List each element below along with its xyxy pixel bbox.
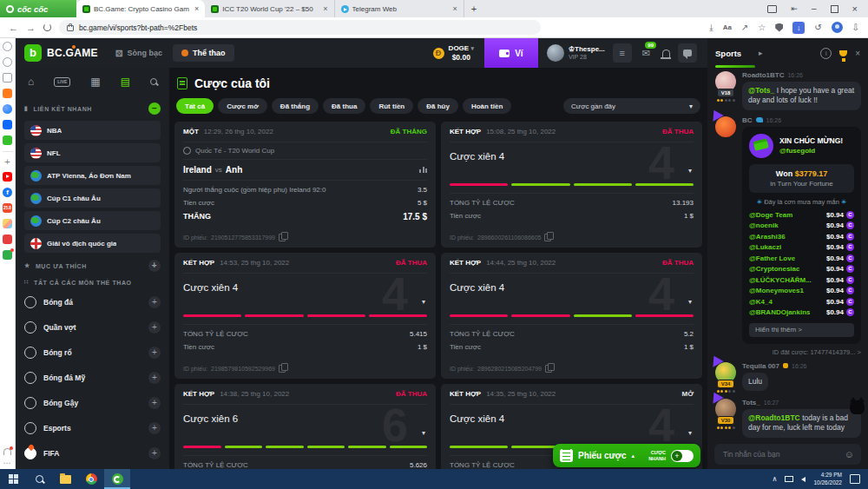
zalo-icon[interactable]	[3, 120, 12, 129]
expand-caret-icon[interactable]: ▾	[422, 298, 425, 306]
currency-selector[interactable]: Đ DOGE ▾ $0.00	[433, 44, 474, 62]
chevron-right-icon[interactable]: ▸	[759, 49, 763, 57]
winner-username[interactable]: @Moneymoves1	[749, 287, 804, 294]
add-favorite-button[interactable]: +	[148, 260, 161, 272]
my-bets-icon[interactable]: ▤	[121, 76, 130, 87]
chat-username[interactable]: Roadto1BTC	[742, 71, 784, 79]
filter-pill[interactable]: Cược mở	[218, 98, 267, 114]
minimize-button[interactable]: –	[812, 6, 817, 11]
new-tab-button[interactable]: +	[471, 3, 477, 14]
red-app-icon[interactable]	[3, 235, 12, 244]
brand-name[interactable]: BC.GAME	[47, 47, 98, 59]
bookmark-star-icon[interactable]: ☆	[758, 23, 766, 32]
quick-link-item[interactable]: ATP Vienna, Áo Đơn Nam	[24, 166, 161, 185]
add-shortcut-icon[interactable]: +	[4, 158, 10, 166]
copy-icon[interactable]	[545, 365, 552, 373]
history-clock-icon[interactable]	[3, 57, 12, 67]
mention[interactable]: @Roadto1BTC	[748, 413, 800, 422]
winner-username[interactable]: @K4_4	[749, 298, 773, 306]
congrats-winner[interactable]: @fusegold	[779, 147, 843, 155]
expand-caret-icon[interactable]: ▾	[688, 167, 692, 175]
facebook-icon[interactable]: f	[3, 188, 12, 197]
settings-gear-icon[interactable]	[3, 42, 12, 51]
live-icon[interactable]: LIVE	[54, 77, 70, 87]
winner-username[interactable]: @BRANDOjankins	[749, 308, 810, 316]
messenger-icon[interactable]	[3, 104, 12, 114]
notifications-icon[interactable]	[662, 50, 670, 57]
sport-item[interactable]: Bóng Gậy +	[24, 393, 161, 413]
quick-bet-toggle[interactable]: +	[671, 450, 694, 462]
network-icon[interactable]	[785, 476, 793, 482]
chrome-app[interactable]	[78, 469, 104, 489]
forward-button[interactable]: →	[26, 23, 36, 33]
close-window-button[interactable]: ×	[852, 3, 858, 14]
winner-username[interactable]: @ŁÚČKYCHÄŘM...	[749, 276, 812, 284]
sport-item[interactable]: Bóng đá Mỹ +	[24, 367, 161, 388]
more-options-icon[interactable]: ⋯	[3, 461, 12, 466]
capture-icon[interactable]	[767, 5, 777, 13]
downloads-tray-icon[interactable]: ⇩	[852, 23, 859, 32]
url-field[interactable]: bc.game/vi/sports?bt-path=%2Fbets	[59, 20, 541, 35]
taskbar-clock[interactable]: 4:29 PM 10/26/2022	[813, 472, 842, 486]
expand-sport-button[interactable]: +	[148, 372, 161, 384]
quick-link-item[interactable]: Giải vô địch quốc gia	[24, 234, 161, 253]
back-button[interactable]: ←	[9, 23, 18, 33]
chat-username[interactable]: Tots_	[742, 399, 760, 406]
winner-username[interactable]: @Arashi36	[749, 233, 786, 241]
filter-pill[interactable]: Tất cả	[176, 98, 214, 114]
user-avatar[interactable]	[547, 44, 564, 62]
account-widget[interactable]: ♔Thespe... VIP 28	[547, 44, 605, 62]
expand-caret-icon[interactable]: ▾	[688, 429, 692, 437]
search-icon[interactable]	[150, 78, 157, 85]
chat-username[interactable]: BC	[742, 116, 753, 124]
profile-avatar[interactable]	[832, 22, 843, 33]
save-page-icon[interactable]: ⤓	[709, 23, 713, 33]
expand-sport-button[interactable]: +	[148, 447, 161, 459]
quick-link-item[interactable]: NFL	[24, 143, 161, 162]
winner-username[interactable]: @Lukaczi	[749, 243, 781, 251]
adblock-shield-icon[interactable]	[775, 23, 783, 32]
quick-link-item[interactable]: NBA	[24, 121, 161, 140]
chat-toggle-icon[interactable]	[678, 43, 697, 63]
expand-sport-button[interactable]: +	[148, 296, 161, 308]
sport-item[interactable]: Quần vợt +	[24, 317, 161, 338]
filter-pill[interactable]: Rút tiền	[370, 98, 413, 114]
wallet-button[interactable]: Ví	[484, 38, 538, 68]
calendar-icon[interactable]: ▦	[90, 76, 100, 87]
info-icon[interactable]: i	[820, 48, 832, 59]
stats-icon[interactable]	[419, 167, 427, 173]
file-explorer[interactable]	[52, 469, 78, 489]
maximize-button[interactable]	[831, 5, 838, 13]
chat-input[interactable]	[721, 449, 839, 459]
home-icon[interactable]: ⌂	[28, 76, 34, 87]
newsfeed-icon[interactable]	[3, 73, 12, 83]
youtube-icon[interactable]	[3, 172, 12, 182]
collapse-button[interactable]: –	[148, 102, 161, 115]
filter-pill[interactable]: Đã hủy	[418, 98, 458, 114]
start-button[interactable]	[0, 469, 26, 489]
bet-card-parlay[interactable]: KẾT HỢP 14:53, 25 thg 10, 2022 ĐÃ THUA C…	[174, 253, 436, 379]
sport-item[interactable]: FIFA +	[24, 443, 161, 464]
emoji-icon[interactable]: ☺	[845, 449, 854, 459]
sync-icon[interactable]: ↺	[814, 23, 821, 32]
reload-button[interactable]	[43, 23, 51, 31]
show-more-button[interactable]: Hiển thị thêm >	[749, 323, 854, 337]
sport-item[interactable]: Bóng đá +	[24, 292, 161, 313]
winner-username[interactable]: @Doge Team	[749, 211, 792, 219]
expand-caret-icon[interactable]: ▾	[422, 429, 425, 437]
hot-trending-icon[interactable]	[3, 89, 12, 98]
inbox-mail-icon[interactable]: ✉ 99	[642, 48, 650, 59]
copy-icon[interactable]	[544, 234, 551, 241]
betslip-button[interactable]: Phiếu cược ▴ CƯỢC NHANH +	[553, 444, 700, 467]
expand-caret-icon[interactable]: ▾	[688, 298, 692, 306]
winner-username[interactable]: @Father Love	[749, 254, 795, 262]
tab-telegram[interactable]: Telegram Web ×	[335, 0, 464, 17]
mention[interactable]: @Tots_	[748, 86, 774, 95]
tab-close-icon[interactable]: ×	[194, 4, 199, 13]
expand-sport-button[interactable]: +	[148, 422, 161, 434]
taskbar-search[interactable]	[26, 469, 52, 489]
coccoc-app[interactable]	[104, 469, 130, 489]
translate-icon[interactable]: Aa	[723, 23, 732, 31]
tab-close-icon[interactable]: ×	[453, 4, 457, 13]
sport-item[interactable]: Bóng rổ +	[24, 342, 161, 363]
